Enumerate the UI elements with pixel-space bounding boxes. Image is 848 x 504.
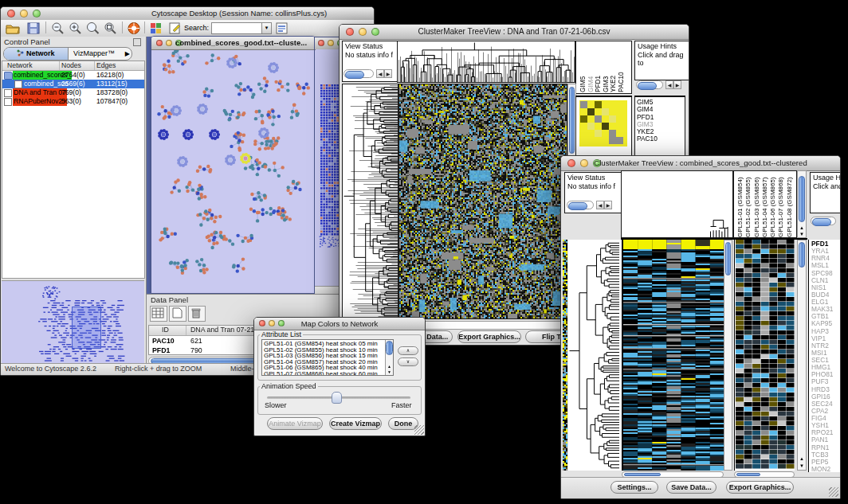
matrix-cell[interactable] bbox=[609, 101, 616, 108]
matrix-cell[interactable] bbox=[609, 108, 616, 115]
tv1-heatmap[interactable] bbox=[398, 84, 567, 319]
matrix-cell[interactable] bbox=[580, 101, 587, 108]
resize-grip[interactable] bbox=[829, 487, 838, 497]
matrix-cell[interactable] bbox=[602, 115, 609, 123]
delete-attribute-trash-icon[interactable] bbox=[188, 306, 206, 322]
speed-slider-thumb[interactable] bbox=[332, 392, 342, 404]
matrix-cell[interactable] bbox=[616, 123, 623, 130]
scroll-left-icon[interactable]: ◀ bbox=[665, 80, 673, 89]
tv2-status-scrollbar[interactable] bbox=[567, 201, 594, 209]
tv1-status-scrollbar[interactable] bbox=[344, 69, 374, 78]
array-label[interactable]: GPL51-02 (GSM855) bbox=[744, 171, 752, 237]
network-graph-canvas[interactable] bbox=[152, 50, 312, 291]
settings-button[interactable]: Settings... bbox=[610, 481, 658, 494]
tv2-column-dendrogram[interactable] bbox=[621, 170, 733, 238]
array-label[interactable]: GPL51-07 (GSM868) bbox=[777, 171, 785, 237]
zoom-out-icon[interactable] bbox=[50, 21, 65, 35]
tv2-label-vscrollbar[interactable]: ▲ ▼ bbox=[797, 170, 807, 238]
move-down-button[interactable]: ∨ bbox=[398, 357, 418, 366]
network-view-titlebar[interactable]: combined_scores_good.txt--cluste... bbox=[151, 37, 315, 50]
tv2-detail-vscrollbar[interactable]: ▲ ▼ bbox=[797, 240, 807, 471]
tv2-heat-vscrollbar[interactable] bbox=[724, 240, 732, 471]
tv2-usage-scrollbar[interactable] bbox=[811, 217, 836, 225]
matrix-cell[interactable] bbox=[587, 137, 595, 144]
scroll-right-icon[interactable]: ▶ bbox=[604, 201, 612, 209]
tv1-row-dendrogram[interactable] bbox=[342, 84, 398, 319]
float-panel-icon[interactable] bbox=[133, 38, 141, 46]
col-id[interactable]: ID bbox=[162, 326, 169, 334]
tv1-array-labels[interactable]: GIM5GIM4PFD1GIM3YKE2PAC10 bbox=[575, 41, 632, 94]
search-dropdown-icon[interactable]: ▼ bbox=[261, 22, 272, 34]
treeview-window-combined[interactable]: ClusterMaker TreeView : combined_scores_… bbox=[560, 155, 841, 499]
matrix-cell[interactable] bbox=[609, 137, 616, 144]
zoom-in-icon[interactable] bbox=[68, 21, 82, 35]
tab-vizmapper[interactable]: VizMapper™ bbox=[69, 48, 120, 60]
scroll-down-icon[interactable]: ▼ bbox=[386, 369, 393, 374]
matrix-cell[interactable] bbox=[595, 123, 602, 130]
export-graphics-button[interactable]: Export Graphics... bbox=[457, 330, 521, 343]
zoom-fit-icon[interactable] bbox=[85, 21, 100, 35]
matrix-cell[interactable] bbox=[602, 108, 609, 115]
array-label[interactable]: GPL51-01 (GSM854) bbox=[736, 171, 744, 237]
matrix-cell[interactable] bbox=[609, 130, 616, 137]
col-nodes[interactable]: Nodes bbox=[61, 61, 81, 69]
array-label[interactable]: GPL51-03 (GSM856) bbox=[753, 171, 761, 237]
export-graphics-button[interactable]: Export Graphics... bbox=[726, 481, 794, 494]
matrix-cell[interactable] bbox=[580, 137, 587, 144]
tv2-array-labels[interactable]: GPL51-01 (GSM854)GPL51-02 (GSM855)GPL51-… bbox=[733, 170, 797, 238]
attr-list-scrollbar[interactable]: ▲ ▼ bbox=[385, 340, 393, 375]
matrix-cell[interactable] bbox=[609, 115, 616, 123]
network-row[interactable]: DNA and Tran 07769(0)183728(0) bbox=[2, 88, 144, 97]
dialog-titlebar[interactable]: Map Colors to Network bbox=[254, 318, 425, 330]
search-input[interactable] bbox=[211, 22, 262, 34]
attribute-listbox[interactable]: GPL51-01 (GSM854) heat shock 05 minGPL51… bbox=[261, 339, 394, 376]
scroll-right-icon[interactable]: ▶ bbox=[384, 69, 392, 78]
col-edges[interactable]: Edges bbox=[96, 61, 116, 69]
scroll-up-icon[interactable]: ▲ bbox=[798, 456, 806, 461]
matrix-cell[interactable] bbox=[616, 101, 623, 108]
gene-label[interactable]: MON2 bbox=[811, 466, 840, 472]
network-name[interactable]: DNA and Tran 07 bbox=[13, 88, 67, 97]
scroll-down-icon[interactable]: ▼ bbox=[798, 232, 806, 236]
matrix-cell[interactable] bbox=[616, 115, 623, 123]
annotation-icon[interactable] bbox=[168, 21, 183, 35]
scroll-up-icon[interactable]: ▲ bbox=[798, 225, 806, 230]
matrix-cell[interactable] bbox=[595, 101, 602, 108]
vizmapper-palette-icon[interactable] bbox=[149, 21, 163, 35]
create-vizmap-button[interactable]: Create Vizmap bbox=[329, 417, 382, 430]
treeview1-titlebar[interactable]: ClusterMaker TreeView : DNA and Tran 07-… bbox=[340, 25, 689, 40]
tv2-detail-heatmap[interactable] bbox=[734, 240, 795, 471]
matrix-cell[interactable] bbox=[602, 130, 609, 137]
matrix-cell[interactable] bbox=[595, 137, 602, 144]
matrix-cell[interactable] bbox=[602, 137, 609, 144]
animate-vizmap-button[interactable]: Animate Vizmap bbox=[267, 417, 323, 430]
tv1-similarity-matrix[interactable] bbox=[579, 100, 627, 147]
matrix-cell[interactable] bbox=[616, 130, 623, 137]
scroll-up-icon[interactable]: ▲ bbox=[386, 364, 393, 369]
matrix-cell[interactable] bbox=[580, 123, 587, 130]
attribute-browser-icon[interactable] bbox=[275, 21, 289, 35]
network-row[interactable]: combined_sco2569(6)13112(15) bbox=[2, 80, 144, 88]
tv1-gene-labels[interactable]: GIM5GIM4PFD1GIM3YKE2PAC10 bbox=[637, 99, 658, 143]
matrix-cell[interactable] bbox=[580, 115, 587, 123]
minimize-icon[interactable] bbox=[328, 40, 334, 46]
scroll-right-icon[interactable]: ▶ bbox=[673, 80, 681, 89]
network-name[interactable]: RNAPuberNov2+ bbox=[13, 97, 67, 106]
array-label[interactable]: PAC10 bbox=[618, 42, 626, 92]
tab-overflow-icon[interactable]: ▶ bbox=[125, 48, 130, 60]
array-label[interactable]: GPL51-04 (GSM857) bbox=[761, 171, 769, 237]
matrix-cell[interactable] bbox=[587, 115, 595, 123]
move-up-button[interactable]: ∧ bbox=[398, 346, 418, 355]
tv2-row-dendrogram[interactable] bbox=[568, 240, 622, 471]
network-row[interactable]: RNAPuberNov2+563(0)107847(0) bbox=[2, 97, 144, 106]
matrix-cell[interactable] bbox=[587, 108, 595, 115]
main-titlebar[interactable]: Cytoscape Desktop (Session Name: collins… bbox=[1, 7, 374, 21]
network-view-window[interactable]: combined_scores_good.txt--cluste... bbox=[151, 36, 316, 294]
matrix-cell[interactable] bbox=[595, 108, 602, 115]
tv1-usage-scrollbar[interactable] bbox=[636, 80, 663, 89]
matrix-cell[interactable] bbox=[616, 137, 623, 144]
attribute-select-button[interactable] bbox=[150, 306, 167, 322]
matrix-cell[interactable] bbox=[587, 101, 595, 108]
tv2-gene-list[interactable]: PFD1YRA1RNR4MSL1SPC98CLN1NIS1BUD4ELG1MAK… bbox=[808, 240, 840, 472]
help-lifering-icon[interactable] bbox=[127, 21, 141, 35]
